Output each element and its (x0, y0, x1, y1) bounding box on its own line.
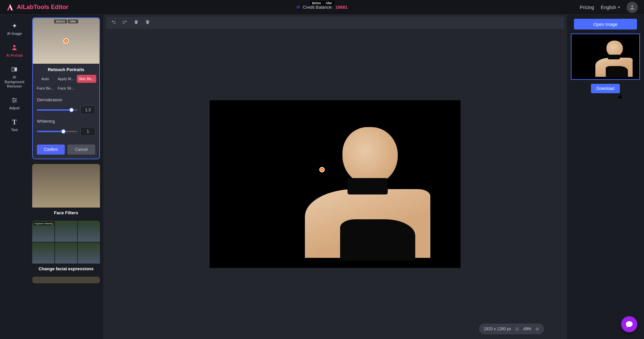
expr-cell (78, 242, 100, 264)
tab-apply-makeup[interactable]: Apply M... (56, 75, 76, 83)
user-avatar[interactable] (627, 2, 638, 13)
rail-label: Adjust (9, 106, 20, 110)
whitening-group: Whitening 1 (37, 119, 95, 136)
expr-cell (78, 221, 100, 242)
credit-balance: ⟳ Credit Balance: 18681 (297, 5, 347, 10)
svg-marker-10 (618, 95, 622, 99)
tab-auto[interactable]: Auto (36, 75, 55, 83)
undo-icon[interactable] (111, 19, 116, 26)
svg-rect-3 (15, 68, 17, 72)
zoom-out-icon[interactable]: ⊖ (515, 326, 519, 332)
svg-point-0 (631, 5, 633, 7)
whitening-slider[interactable] (37, 131, 77, 132)
face-filters-title: Face Filters (32, 208, 100, 216)
left-rail: ✦ AI Image AI Portrait AI Background Rem… (0, 15, 29, 339)
tools-panel: Before After ◂▸ Retouch Portraits Auto A… (29, 15, 103, 339)
header-right: Pricing English ▾ (580, 2, 638, 13)
face-filters-preview: Before After ◂▸ (32, 164, 100, 208)
retouch-tabs: Auto Apply M... Skin Be... Face Be... Fa… (33, 75, 99, 95)
retouch-actions: Confirm Cancel (33, 145, 99, 159)
credit-value: 18681 (335, 5, 347, 10)
svg-point-6 (13, 101, 14, 102)
canvas-dimensions: 1920 x 1280 px (484, 327, 511, 331)
rail-ai-portrait[interactable]: AI Portrait (1, 41, 28, 61)
after-label: After (68, 19, 78, 23)
original-tag: original drawing (33, 222, 54, 225)
svg-point-1 (13, 45, 16, 48)
expr-original: original drawing (32, 221, 54, 242)
svg-rect-2 (12, 68, 14, 72)
rail-adjust[interactable]: Adjust (1, 93, 28, 114)
rail-label: AI Portrait (6, 53, 23, 58)
dermabrasion-label: Dermabrasion (37, 98, 95, 102)
zoom-in-icon[interactable]: ⊕ (535, 326, 539, 332)
chevron-down-icon: ▾ (618, 5, 620, 9)
canvas-image[interactable] (210, 100, 461, 268)
whitening-label: Whitening (37, 119, 95, 124)
rail-bg-remover[interactable]: AI Background Remover (1, 62, 28, 92)
bg-remove-icon (11, 66, 18, 73)
credit-label: Credit Balance: (303, 5, 333, 10)
svg-point-4 (13, 98, 14, 99)
right-panel: Open Image Download (567, 15, 644, 339)
redo-icon[interactable] (122, 19, 127, 26)
tab-face-slim[interactable]: Face Sli... (56, 84, 76, 92)
delete-all-icon[interactable] (145, 19, 150, 26)
annotation-arrow-2 (582, 89, 626, 182)
tab-skin-beauty[interactable]: Skin Be... (77, 75, 96, 83)
whitening-value[interactable]: 1 (80, 127, 95, 136)
filter-after (66, 164, 100, 208)
rail-label: AI Background Remover (3, 75, 26, 89)
partial-preview: Before After (32, 277, 100, 283)
tab-face-beauty[interactable]: Face Be... (36, 84, 55, 92)
dermabrasion-value[interactable]: 1.3 (80, 106, 95, 114)
canvas-toolbar (106, 17, 564, 29)
confirm-button[interactable]: Confirm (37, 145, 65, 155)
sparkle-icon: ✦ (12, 22, 17, 30)
tool-face-filters[interactable]: Before After ◂▸ Face Filters (32, 164, 100, 216)
before-label: Before (54, 19, 67, 23)
filter-before (32, 164, 66, 208)
rail-text[interactable]: T Text (1, 115, 28, 135)
retouch-preview[interactable]: Before After ◂▸ (33, 18, 99, 64)
rail-label: Text (11, 128, 18, 132)
expressions-title: Change facial expressions (32, 264, 100, 272)
download-button[interactable]: Download (591, 84, 620, 93)
open-image-button[interactable]: Open Image (574, 19, 637, 30)
rail-ai-image[interactable]: ✦ AI Image (1, 19, 28, 39)
expr-cell (55, 242, 77, 264)
cancel-button[interactable]: Cancel (67, 145, 95, 155)
svg-line-9 (605, 95, 621, 181)
language-label: English (601, 5, 616, 10)
rail-label: AI Image (7, 32, 22, 36)
chat-button[interactable] (621, 316, 637, 332)
language-select[interactable]: English ▾ (601, 5, 620, 10)
canvas-viewport[interactable] (103, 29, 567, 339)
dermabrasion-slider[interactable] (37, 109, 77, 111)
zoom-bar: 1920 x 1280 px ⊖ 49% ⊕ (479, 324, 544, 334)
refresh-icon[interactable]: ⟳ (297, 5, 300, 10)
text-icon: T (12, 118, 16, 126)
retouch-title: Retouch Portraits (33, 64, 99, 75)
expr-cell (55, 221, 77, 242)
canvas-area: 1920 x 1280 px ⊖ 49% ⊕ (103, 15, 567, 339)
preview-after (66, 18, 99, 64)
sliders-area: Dermabrasion 1.3 Whitening (33, 95, 99, 145)
zoom-level: 49% (523, 327, 531, 331)
tool-next-partial[interactable]: Before After (32, 277, 100, 283)
delete-icon[interactable] (133, 19, 139, 26)
person-icon (11, 44, 18, 51)
tool-change-expressions[interactable]: original drawing Change facial expressio… (32, 221, 100, 272)
preview-before (33, 18, 66, 64)
dermabrasion-group: Dermabrasion 1.3 (37, 98, 95, 114)
logo[interactable]: AILabTools Editor (6, 3, 68, 11)
svg-point-5 (15, 100, 16, 101)
image-thumbnail[interactable] (571, 34, 640, 80)
before-after-labels: Before After (54, 19, 78, 23)
pricing-link[interactable]: Pricing (580, 5, 594, 10)
tool-retouch-portraits: Before After ◂▸ Retouch Portraits Auto A… (32, 17, 100, 159)
expr-cell (32, 242, 54, 264)
compare-slider-handle[interactable]: ◂▸ (63, 38, 69, 44)
logo-icon (6, 3, 14, 11)
sliders-icon (11, 97, 18, 104)
